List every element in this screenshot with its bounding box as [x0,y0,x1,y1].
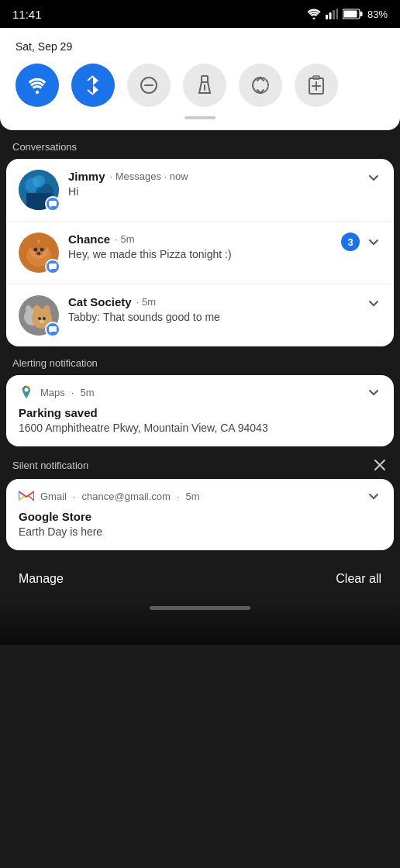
svg-rect-22 [49,201,57,206]
expand-chance[interactable] [366,234,381,250]
svg-rect-3 [333,10,335,19]
silent-section-header: Silent notification [0,446,400,479]
svg-point-40 [38,317,41,320]
gmail-app-name: Gmail [40,491,67,502]
svg-rect-32 [49,264,57,269]
flashlight-quick-button[interactable] [183,64,226,107]
gmail-notification-card: Gmail · chance@gmail.com · 5m Google Sto… [6,479,394,550]
silent-close-button[interactable] [372,457,388,473]
silent-section-label: Silent notification [12,460,88,471]
drag-handle [184,116,216,119]
svg-point-20 [33,175,45,188]
avatar-chance-wrap [19,232,59,273]
messages-badge-chance [45,259,60,274]
gmail-time-dot: · [177,491,180,502]
convo-actions-jimmy [366,170,381,185]
convo-msg-jimmy: Hi [68,185,357,198]
convo-name-jimmy: Jimmy [68,170,105,183]
gmail-sender: · [73,491,76,502]
wifi-quick-button[interactable] [16,64,59,107]
wifi-status-icon [307,9,321,19]
dark-bottom-area [0,598,400,645]
conversations-card: Jimmy · Messages · now Hi [6,159,394,346]
conversation-jimmy[interactable]: Jimmy · Messages · now Hi [6,159,394,222]
svg-point-8 [36,91,39,94]
manage-button[interactable]: Manage [19,572,64,586]
signal-icon [326,9,338,19]
maps-app-name: Maps [40,387,65,398]
svg-rect-6 [343,11,357,18]
convo-msg-catsociety: Tabby: That sounds good to me [68,311,357,323]
quick-icons-row [16,64,384,107]
svg-rect-1 [326,15,328,19]
expand-catsociety[interactable] [366,295,381,311]
gmail-notif-time: 5m [186,491,200,502]
expand-maps[interactable] [366,384,381,400]
svg-rect-7 [360,12,362,16]
gmail-notif-body: Earth Day is here [19,525,381,538]
convo-name-catsociety: Cat Society [68,295,132,308]
expand-jimmy[interactable] [366,170,381,185]
avatar-jimmy-wrap [19,170,59,210]
clear-all-button[interactable]: Clear all [336,572,381,586]
svg-point-28 [34,248,38,252]
quick-settings-card: Sat, Sep 29 [0,28,400,130]
convo-content-jimmy: Jimmy · Messages · now Hi [68,170,357,198]
battery-icon [343,9,363,19]
svg-point-42 [40,320,44,323]
date-label: Sat, Sep 29 [16,40,384,53]
svg-point-44 [25,388,29,392]
maps-notif-time-val: 5m [80,387,94,398]
battery-percent: 83% [367,9,388,20]
battery-saver-quick-button[interactable] [295,64,338,107]
messages-badge-catsociety [45,322,60,337]
maps-notification-card: Maps · 5m Parking saved 1600 Amphitheatr… [6,375,394,446]
unread-badge-chance: 3 [341,232,360,251]
home-indicator [150,606,250,610]
status-icons: 83% [307,9,388,20]
convo-name-chance: Chance [68,232,110,246]
conversation-cat-society[interactable]: Cat Society · 5m Tabby: That sounds good… [6,284,394,346]
maps-app-icon [19,384,34,400]
svg-rect-43 [49,326,57,332]
autorotate-quick-button[interactable] [239,64,282,107]
status-time: 11:41 [12,8,42,21]
convo-content-catsociety: Cat Society · 5m Tabby: That sounds good… [68,295,357,323]
maps-notif-body: 1600 Amphitheatre Pkwy, Mountain View, C… [19,422,381,434]
convo-meta-jimmy: · Messages · now [110,170,188,182]
conversation-chance[interactable]: Chance · 5m Hey, we made this Pizza toni… [6,222,394,284]
gmail-sender-val: chance@gmail.com [82,491,171,502]
expand-gmail[interactable] [366,488,381,504]
convo-msg-chance: Hey, we made this Pizza tonight :) [68,248,332,260]
bluetooth-quick-button[interactable] [71,64,115,107]
bottom-bar: Manage Clear all [0,560,400,598]
gmail-notif-title: Google Store [19,510,381,523]
svg-point-29 [40,248,44,252]
convo-meta-chance: · 5m [115,233,134,245]
dnd-quick-button[interactable] [127,64,171,107]
convo-meta-catsociety: · 5m [136,296,156,308]
svg-rect-2 [329,12,331,19]
svg-point-31 [37,252,40,255]
alerting-section-label: Alerting notification [0,346,400,375]
messages-badge-jimmy [45,196,60,212]
svg-point-0 [312,18,315,20]
svg-point-41 [43,317,46,320]
avatar-catsociety-wrap [19,295,59,336]
convo-content-chance: Chance · 5m Hey, we made this Pizza toni… [68,232,332,260]
status-bar: 11:41 83% [0,0,400,28]
conversations-section-label: Conversations [0,130,400,159]
gmail-app-icon [19,490,34,502]
convo-actions-catsociety [366,295,381,311]
maps-notif-title: Parking saved [19,406,381,419]
maps-notif-time: · [71,387,74,398]
convo-actions-chance: 3 [341,232,381,251]
svg-rect-4 [336,9,338,19]
svg-rect-11 [202,76,208,82]
